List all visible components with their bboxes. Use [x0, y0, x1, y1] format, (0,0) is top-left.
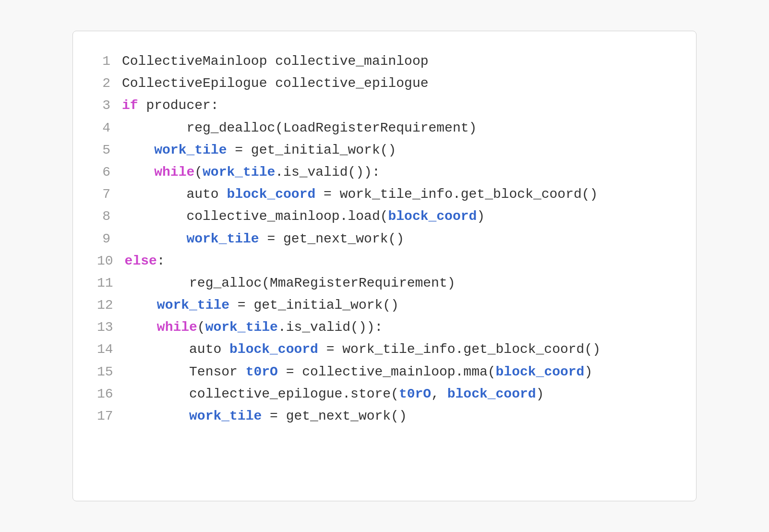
token-plain — [125, 298, 157, 313]
line-content: CollectiveMainloop collective_mainloop — [122, 50, 429, 73]
token-plain: = get_initial_work() — [227, 143, 396, 157]
line-content: reg_dealloc(LoadRegisterRequirement) — [122, 117, 477, 139]
code-line: 3if producer: — [97, 95, 672, 117]
line-number: 7 — [97, 183, 122, 206]
line-number: 16 — [97, 383, 125, 405]
code-line: 12 work_tile = get_initial_work() — [97, 294, 672, 316]
line-content: while(work_tile.is_valid()): — [125, 316, 383, 339]
line-number: 5 — [97, 139, 122, 161]
code-line: 14 auto block_coord = work_tile_info.get… — [97, 339, 672, 361]
line-content: work_tile = get_initial_work() — [125, 294, 399, 316]
token-var-blue: block_coord — [388, 209, 477, 224]
token-plain: auto — [125, 342, 229, 357]
line-number: 4 — [97, 117, 122, 139]
line-number: 2 — [97, 73, 122, 95]
token-plain: ( — [194, 165, 203, 180]
code-line: 1CollectiveMainloop collective_mainloop — [97, 50, 672, 73]
token-plain: auto — [122, 187, 227, 202]
line-content: if producer: — [122, 95, 219, 117]
line-content: work_tile = get_next_work() — [125, 405, 407, 427]
token-var-blue: work_tile — [186, 231, 259, 246]
line-content: collective_mainloop.load(block_coord) — [122, 206, 485, 228]
token-plain: producer: — [138, 98, 219, 113]
token-var-blue: block_coord — [447, 387, 536, 401]
line-content: work_tile = get_initial_work() — [122, 139, 396, 161]
code-line: 5 work_tile = get_initial_work() — [97, 139, 672, 161]
line-content: work_tile = get_next_work() — [122, 228, 404, 250]
token-plain: = work_tile_info.get_block_coord() — [318, 342, 601, 357]
line-number: 8 — [97, 206, 122, 228]
token-plain: CollectiveMainloop collective_mainloop — [122, 54, 429, 69]
token-plain: = get_initial_work() — [229, 298, 399, 313]
line-content: auto block_coord = work_tile_info.get_bl… — [125, 339, 601, 361]
token-kw-while: while — [154, 165, 194, 180]
line-content: CollectiveEpilogue collective_epilogue — [122, 73, 429, 95]
code-line: 10else: — [97, 250, 672, 272]
token-plain: = get_next_work() — [259, 231, 404, 246]
token-plain: reg_dealloc(LoadRegisterRequirement) — [122, 121, 477, 135]
token-plain — [125, 320, 157, 335]
token-plain: ) — [584, 364, 592, 379]
token-var-blue: work_tile — [203, 165, 275, 180]
token-plain: Tensor — [125, 364, 246, 379]
token-var-blue: block_coord — [227, 187, 315, 202]
code-line: 8 collective_mainloop.load(block_coord) — [97, 206, 672, 228]
line-number: 11 — [97, 272, 125, 294]
line-number: 3 — [97, 95, 122, 117]
token-plain: = collective_mainloop.mma( — [278, 364, 496, 379]
token-var-blue: t0rO — [246, 364, 278, 379]
code-line: 17 work_tile = get_next_work() — [97, 405, 672, 427]
token-plain: .is_valid()): — [275, 165, 380, 180]
token-kw-else: else — [125, 254, 157, 268]
line-number: 13 — [97, 316, 125, 339]
token-plain: , — [431, 387, 447, 401]
line-number: 1 — [97, 50, 122, 73]
token-var-blue: block_coord — [496, 364, 585, 379]
line-content: while(work_tile.is_valid()): — [122, 161, 380, 183]
code-line: 2CollectiveEpilogue collective_epilogue — [97, 73, 672, 95]
token-plain: collective_mainloop.load( — [122, 209, 388, 224]
token-plain — [122, 143, 154, 157]
code-line: 7 auto block_coord = work_tile_info.get_… — [97, 183, 672, 206]
line-content: else: — [125, 250, 165, 272]
line-content: Tensor t0rO = collective_mainloop.mma(bl… — [125, 361, 593, 383]
token-plain: = get_next_work() — [262, 409, 407, 423]
token-var-blue: block_coord — [229, 342, 318, 357]
line-content: auto block_coord = work_tile_info.get_bl… — [122, 183, 598, 206]
code-block: 1CollectiveMainloop collective_mainloop2… — [97, 50, 672, 427]
token-var-blue: work_tile — [205, 320, 278, 335]
token-var-blue: work_tile — [189, 409, 262, 423]
line-number: 17 — [97, 405, 125, 427]
token-plain — [122, 165, 154, 180]
line-number: 9 — [97, 228, 122, 250]
code-container: 1CollectiveMainloop collective_mainloop2… — [72, 31, 697, 501]
token-plain: .is_valid()): — [278, 320, 383, 335]
token-plain: = work_tile_info.get_block_coord() — [315, 187, 598, 202]
code-line: 9 work_tile = get_next_work() — [97, 228, 672, 250]
line-content: collective_epilogue.store(t0rO, block_co… — [125, 383, 544, 405]
token-plain: : — [157, 254, 165, 268]
line-number: 12 — [97, 294, 125, 316]
token-plain: ) — [536, 387, 544, 401]
token-var-blue: work_tile — [154, 143, 227, 157]
token-plain: ( — [197, 320, 205, 335]
line-number: 6 — [97, 161, 122, 183]
line-number: 15 — [97, 361, 125, 383]
token-plain — [125, 409, 189, 423]
token-plain: CollectiveEpilogue collective_epilogue — [122, 76, 429, 91]
code-line: 11 reg_alloc(MmaRegisterRequirement) — [97, 272, 672, 294]
code-line: 13 while(work_tile.is_valid()): — [97, 316, 672, 339]
token-plain: ) — [477, 209, 485, 224]
token-plain — [122, 231, 186, 246]
token-plain: collective_epilogue.store( — [125, 387, 399, 401]
token-plain: reg_alloc(MmaRegisterRequirement) — [125, 276, 456, 290]
token-var-blue: t0rO — [399, 387, 431, 401]
line-number: 10 — [97, 250, 125, 272]
token-kw-while: while — [157, 320, 197, 335]
token-kw-if: if — [122, 98, 138, 113]
code-line: 6 while(work_tile.is_valid()): — [97, 161, 672, 183]
code-line: 16 collective_epilogue.store(t0rO, block… — [97, 383, 672, 405]
line-number: 14 — [97, 339, 125, 361]
code-line: 4 reg_dealloc(LoadRegisterRequirement) — [97, 117, 672, 139]
code-line: 15 Tensor t0rO = collective_mainloop.mma… — [97, 361, 672, 383]
